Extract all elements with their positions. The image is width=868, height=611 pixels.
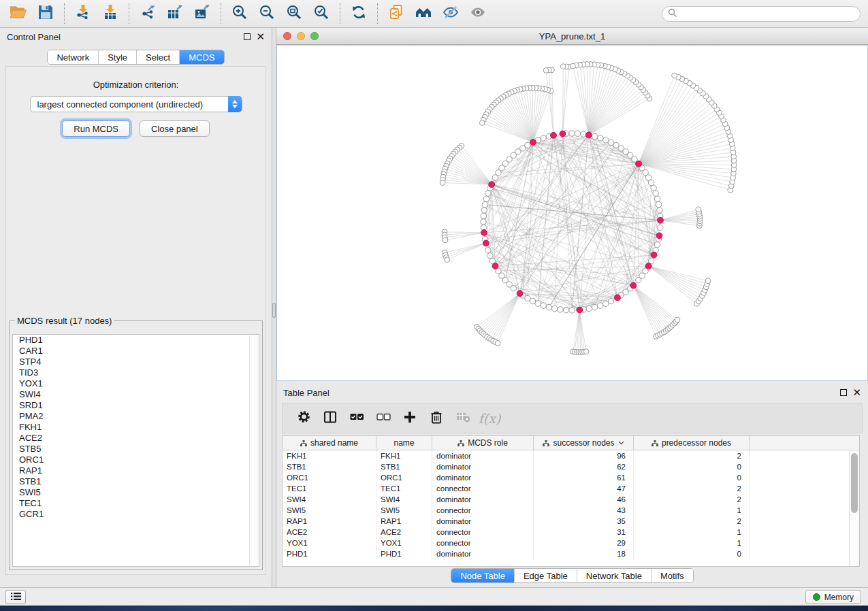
network-canvas[interactable] [276,45,868,381]
network-node[interactable] [551,306,557,311]
column-header-shared-name[interactable]: shared name [283,436,376,450]
network-node[interactable] [443,237,448,243]
network-node[interactable] [586,306,592,311]
mcds-node[interactable] [483,240,489,246]
export-image-button[interactable] [191,2,214,25]
network-node[interactable] [581,131,586,137]
mcds-node[interactable] [651,252,657,258]
mcds-node[interactable] [615,295,621,301]
cell-predecessor_nodes[interactable]: 0 [634,461,750,472]
network-node[interactable] [675,317,680,323]
add-column-button[interactable] [400,408,420,429]
float-panel-icon[interactable] [244,33,251,40]
deselect-all-button[interactable] [373,408,393,429]
mcds-node[interactable] [481,229,487,235]
network-node[interactable] [603,301,609,306]
save-session-button[interactable] [34,2,57,25]
cell-successor_nodes[interactable]: 35 [534,516,634,527]
cell-successor_nodes[interactable]: 31 [534,527,634,538]
mcds-result-item[interactable]: PMA2 [13,411,259,422]
task-history-button[interactable] [5,590,26,604]
mcds-result-item[interactable]: SRD1 [13,400,259,411]
mcds-result-item[interactable]: FKH1 [13,422,259,433]
network-node[interactable] [558,307,563,312]
network-node[interactable] [592,133,597,139]
cell-name[interactable]: PHD1 [376,548,432,559]
mcds-result-item[interactable]: TEC1 [13,498,259,509]
network-node[interactable] [654,196,660,201]
zoom-fit-button[interactable] [283,2,306,25]
duplicate-network-button[interactable] [385,2,408,25]
cell-successor_nodes[interactable]: 46 [534,494,634,505]
network-node[interactable] [654,242,660,247]
network-node[interactable] [541,135,546,141]
refresh-view-button[interactable] [347,2,370,25]
cell-name[interactable]: ORC1 [376,472,432,483]
network-node[interactable] [485,191,491,196]
network-node[interactable] [481,208,487,213]
criterion-select[interactable]: largest connected component (undirected) [30,96,242,112]
table-row[interactable]: YOX1YOX1connector291 [283,538,859,548]
search-field[interactable] [662,6,861,22]
mcds-result-item[interactable]: ACE2 [13,433,259,444]
tab-edge-table[interactable]: Edge Table [514,569,577,582]
mcds-node[interactable] [530,139,536,146]
network-node[interactable] [543,68,549,73]
network-node[interactable] [569,131,575,136]
zoom-out-button[interactable] [255,2,278,25]
first-neighbors-button[interactable] [412,2,435,25]
export-network-button[interactable] [136,2,159,25]
cell-shared_name[interactable]: SWI4 [283,494,376,505]
column-header-name[interactable]: name [376,436,432,450]
table-row[interactable]: RAP1RAP1dominator352 [283,516,859,527]
window-close-icon[interactable] [283,32,291,40]
network-node[interactable] [672,73,677,78]
network-node[interactable] [483,196,489,201]
cell-mcds_role[interactable]: connector [432,483,534,494]
tab-motifs[interactable]: Motifs [651,569,693,582]
float-table-panel-icon[interactable] [840,389,847,396]
cell-mcds_role[interactable]: dominator [432,548,534,559]
search-input[interactable] [681,10,851,19]
network-node[interactable] [653,191,658,196]
cell-predecessor_nodes[interactable]: 2 [634,483,750,494]
mcds-result-item[interactable]: TID3 [13,367,259,378]
cell-successor_nodes[interactable]: 47 [534,483,634,494]
window-minimize-icon[interactable] [297,32,305,40]
network-node[interactable] [440,180,445,186]
cell-shared_name[interactable]: STB1 [283,461,376,472]
cell-successor_nodes[interactable]: 18 [534,548,634,559]
network-node[interactable] [651,185,656,191]
table-row[interactable]: SWI5SWI5connector431 [283,505,859,516]
tab-style[interactable]: Style [98,50,136,64]
cell-successor_nodes[interactable]: 29 [534,538,634,548]
mcds-node[interactable] [517,291,523,297]
cell-shared_name[interactable]: FKH1 [283,450,376,461]
cell-shared_name[interactable]: TEC1 [283,483,376,494]
network-node[interactable] [657,208,662,213]
table-row[interactable]: PHD1PHD1dominator180 [283,548,859,559]
tab-network[interactable]: Network [48,50,98,64]
mcds-result-item[interactable]: SWI5 [13,487,259,498]
network-node[interactable] [495,340,500,346]
mcds-result-list[interactable]: PHD1CAR1STP4TID3YOX1SWI4SRD1PMA2FKH1ACE2… [12,334,259,567]
cell-predecessor_nodes[interactable]: 0 [634,472,750,483]
network-node[interactable] [479,120,485,126]
network-node[interactable] [530,298,535,303]
export-table-button[interactable] [163,2,187,25]
table-row[interactable]: SWI4SWI4dominator462 [283,494,859,505]
tab-mcds[interactable]: MCDS [179,50,223,64]
mcds-node[interactable] [656,233,662,239]
cell-mcds_role[interactable]: connector [432,527,534,538]
network-node[interactable] [487,253,493,259]
cell-mcds_role[interactable]: connector [432,538,534,548]
mcds-node[interactable] [489,182,495,188]
open-file-button[interactable] [7,2,30,25]
mcds-node[interactable] [630,282,637,288]
table-scrollbar-thumb[interactable] [851,453,858,513]
network-node[interactable] [598,135,603,141]
table-row[interactable]: STB1STB1dominator620 [283,461,859,472]
cell-successor_nodes[interactable]: 62 [534,461,634,472]
network-node[interactable] [563,308,568,313]
show-all-button[interactable] [466,2,489,25]
